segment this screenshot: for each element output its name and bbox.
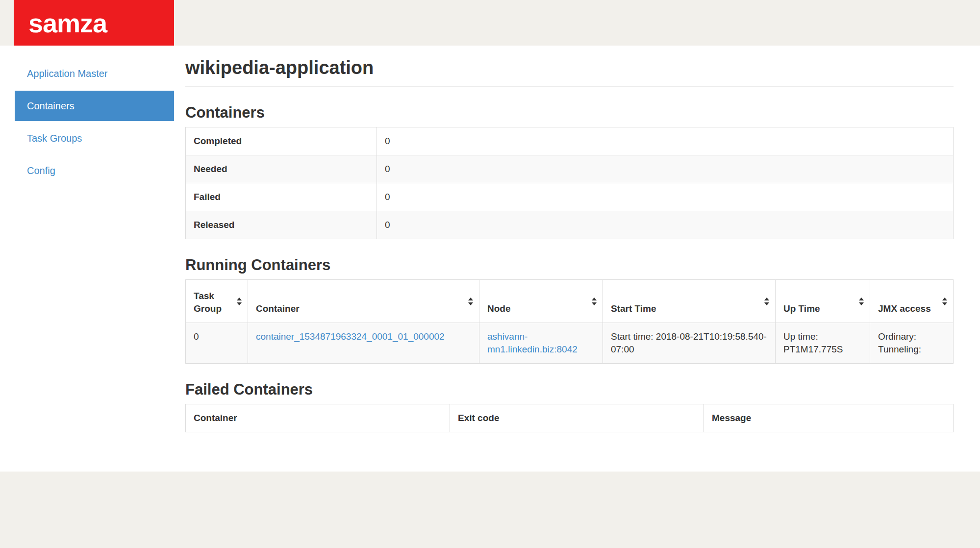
table-row: Needed 0 bbox=[186, 155, 954, 183]
cell-container: container_1534871963324_0001_01_000002 bbox=[248, 323, 479, 364]
summary-label-needed: Needed bbox=[186, 155, 377, 183]
column-header-message: Message bbox=[704, 404, 954, 432]
column-header-up-time[interactable]: Up Time bbox=[776, 280, 870, 323]
sort-icon bbox=[237, 298, 242, 305]
container-link[interactable]: container_1534871963324_0001_01_000002 bbox=[256, 331, 445, 342]
column-header-start-time[interactable]: Start Time bbox=[603, 280, 776, 323]
running-container-row: 0 container_1534871963324_0001_01_000002… bbox=[186, 323, 954, 364]
sidebar-item-task-groups[interactable]: Task Groups bbox=[15, 123, 174, 153]
cell-task-group: 0 bbox=[186, 323, 248, 364]
summary-label-completed: Completed bbox=[186, 127, 377, 155]
failed-containers-table: Container Exit code Message bbox=[185, 404, 954, 432]
main-content: wikipedia-application Containers Complet… bbox=[185, 46, 954, 432]
table-row: Released 0 bbox=[186, 211, 954, 239]
column-header-label: Task Group bbox=[194, 291, 222, 314]
containers-summary-table: Completed 0 Needed 0 Failed 0 Released 0 bbox=[185, 127, 954, 239]
sort-icon bbox=[592, 298, 597, 305]
summary-value-completed: 0 bbox=[377, 127, 954, 155]
column-header-failed-container: Container bbox=[186, 404, 450, 432]
sidebar-item-label: Task Groups bbox=[27, 133, 82, 144]
column-header-label: Up Time bbox=[783, 303, 820, 314]
sort-icon bbox=[468, 298, 473, 305]
table-header-row: Container Exit code Message bbox=[186, 404, 954, 432]
summary-label-released: Released bbox=[186, 211, 377, 239]
sidebar-item-application-master[interactable]: Application Master bbox=[15, 58, 174, 89]
running-containers-table: Task Group Container Node Start Time Up … bbox=[185, 279, 954, 364]
samza-logo: samza bbox=[14, 0, 174, 46]
cell-up-time: Up time: PT1M17.775S bbox=[776, 323, 870, 364]
summary-value-failed: 0 bbox=[377, 183, 954, 211]
footer-band bbox=[0, 472, 980, 548]
sidebar-nav: Application Master Containers Task Group… bbox=[15, 58, 174, 188]
node-link[interactable]: ashivann-mn1.linkedin.biz:8042 bbox=[487, 331, 578, 354]
summary-value-needed: 0 bbox=[377, 155, 954, 183]
samza-logo-text: samza bbox=[28, 10, 107, 36]
sort-icon bbox=[859, 298, 864, 305]
table-row: Completed 0 bbox=[186, 127, 954, 155]
containers-heading: Containers bbox=[185, 104, 954, 121]
cell-node: ashivann-mn1.linkedin.biz:8042 bbox=[479, 323, 603, 364]
column-header-container[interactable]: Container bbox=[248, 280, 479, 323]
column-header-label: Start Time bbox=[611, 303, 656, 314]
sidebar-item-label: Config bbox=[27, 165, 55, 176]
cell-jmx-access: Ordinary: Tunneling: bbox=[870, 323, 954, 364]
column-header-exit-code: Exit code bbox=[450, 404, 704, 432]
sidebar-item-label: Application Master bbox=[27, 68, 108, 79]
table-row: Failed 0 bbox=[186, 183, 954, 211]
sidebar-item-containers[interactable]: Containers bbox=[15, 91, 174, 121]
summary-label-failed: Failed bbox=[186, 183, 377, 211]
summary-value-released: 0 bbox=[377, 211, 954, 239]
table-header-row: Task Group Container Node Start Time Up … bbox=[186, 280, 954, 323]
column-header-label: Container bbox=[256, 303, 300, 314]
running-containers-heading: Running Containers bbox=[185, 257, 954, 274]
column-header-label: Node bbox=[487, 303, 511, 314]
sort-icon bbox=[764, 298, 769, 305]
column-header-jmx-access[interactable]: JMX access bbox=[870, 280, 954, 323]
sort-icon bbox=[942, 298, 947, 305]
column-header-task-group[interactable]: Task Group bbox=[186, 280, 248, 323]
sidebar-item-label: Containers bbox=[27, 100, 75, 112]
cell-start-time: Start time: 2018-08-21T10:19:58.540-07:0… bbox=[603, 323, 776, 364]
column-header-node[interactable]: Node bbox=[479, 280, 603, 323]
page-title: wikipedia-application bbox=[185, 57, 954, 87]
sidebar-item-config[interactable]: Config bbox=[15, 155, 174, 186]
column-header-label: JMX access bbox=[878, 303, 931, 314]
failed-containers-heading: Failed Containers bbox=[185, 381, 954, 398]
